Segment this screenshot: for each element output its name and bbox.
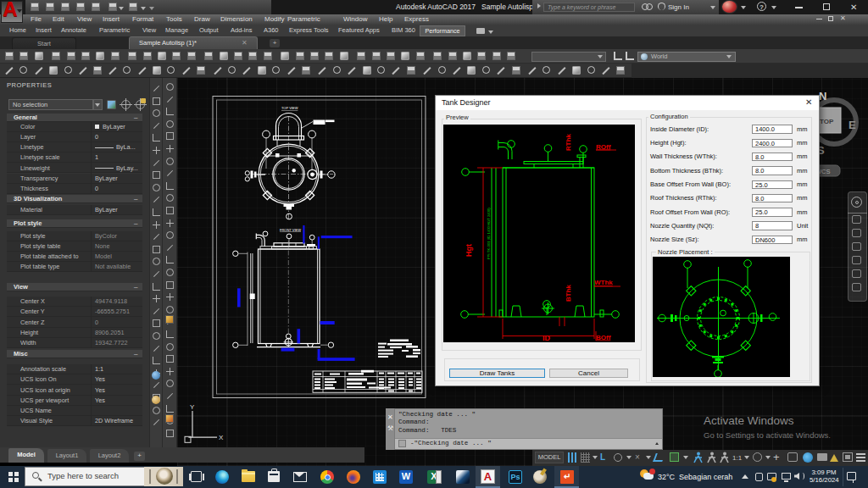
svg-text:P/S TK-001 (ID 1400 HGT 2400): P/S TK-001 (ID 1400 HGT 2400) <box>487 208 491 259</box>
svg-text:X: X <box>219 434 224 441</box>
svg-text:WThk: WThk <box>594 279 613 286</box>
svg-text:TOP: TOP <box>820 118 834 125</box>
svg-text:Y: Y <box>190 403 195 411</box>
svg-text:ID: ID <box>542 334 551 342</box>
svg-text:Hgt: Hgt <box>465 244 473 257</box>
svg-text:FRONT VIEW: FRONT VIEW <box>280 228 301 232</box>
svg-text:RThk: RThk <box>565 133 572 151</box>
svg-text:BOff: BOff <box>596 334 611 341</box>
svg-text:ROff: ROff <box>596 143 611 151</box>
svg-text:N: N <box>819 90 826 103</box>
svg-text:TOP VIEW: TOP VIEW <box>281 106 298 110</box>
svg-text:BThk: BThk <box>565 284 572 302</box>
svg-text:E: E <box>849 119 856 131</box>
